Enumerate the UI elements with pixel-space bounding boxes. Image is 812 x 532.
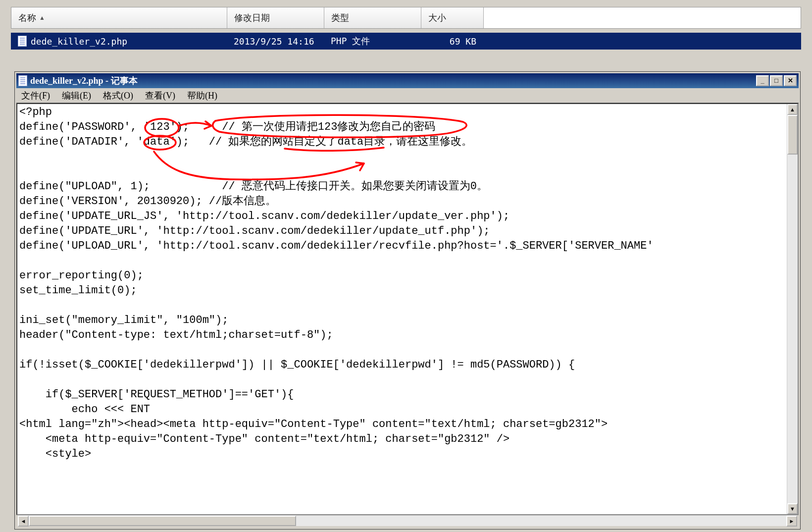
file-size: 69 KB [421, 34, 483, 49]
column-date[interactable]: 修改日期 [227, 7, 324, 28]
menu-view[interactable]: 查看(V) [143, 89, 177, 103]
close-button[interactable]: ✕ [784, 75, 797, 86]
file-name: dede_killer_v2.php [31, 36, 127, 47]
menu-help[interactable]: 帮助(H) [185, 89, 219, 103]
window-title: dede_killer_v2.php - 记事本 [30, 75, 756, 87]
column-name-label: 名称 [18, 12, 36, 24]
titlebar[interactable]: dede_killer_v2.php - 记事本 _ □ ✕ [16, 73, 799, 88]
column-size[interactable]: 大小 [421, 7, 484, 28]
horizontal-scrollbar[interactable]: ◄ ► [18, 515, 797, 526]
scroll-track-h[interactable] [296, 516, 786, 526]
maximize-button[interactable]: □ [770, 75, 783, 86]
scroll-thumb-v[interactable] [787, 115, 798, 155]
file-date: 2013/9/25 14:16 [227, 34, 324, 49]
editor-container: <?php define('PASSWORD', '123'); // 第一次使… [16, 103, 799, 515]
scroll-down-button[interactable]: ▼ [787, 503, 798, 514]
scroll-thumb-h[interactable] [29, 516, 296, 526]
menu-edit[interactable]: 编辑(E) [60, 89, 93, 103]
php-file-icon [18, 36, 27, 47]
file-type: PHP 文件 [324, 33, 421, 49]
scroll-left-button[interactable]: ◄ [18, 516, 29, 527]
menu-format[interactable]: 格式(O) [101, 89, 135, 103]
text-editor[interactable]: <?php define('PASSWORD', '123'); // 第一次使… [17, 104, 787, 514]
file-row-selected[interactable]: dede_killer_v2.php 2013/9/25 14:16 PHP 文… [11, 33, 801, 50]
column-size-label: 大小 [428, 13, 446, 23]
column-name[interactable]: 名称 ▲ [11, 7, 227, 28]
menubar: 文件(F) 编辑(E) 格式(O) 查看(V) 帮助(H) [16, 88, 799, 103]
explorer-column-header: 名称 ▲ 修改日期 类型 大小 [11, 7, 801, 29]
scroll-track-v[interactable] [787, 155, 798, 503]
column-date-label: 修改日期 [234, 13, 270, 23]
minimize-button[interactable]: _ [756, 75, 769, 86]
column-type[interactable]: 类型 [324, 7, 421, 28]
menu-file[interactable]: 文件(F) [19, 89, 52, 103]
vertical-scrollbar[interactable]: ▲ ▼ [787, 104, 798, 514]
scroll-right-button[interactable]: ► [786, 516, 797, 527]
sort-ascending-icon: ▲ [39, 14, 45, 22]
notepad-icon [18, 75, 27, 86]
scroll-up-button[interactable]: ▲ [787, 104, 798, 115]
column-type-label: 类型 [331, 13, 349, 23]
notepad-window: dede_killer_v2.php - 记事本 _ □ ✕ 文件(F) 编辑(… [15, 72, 800, 529]
